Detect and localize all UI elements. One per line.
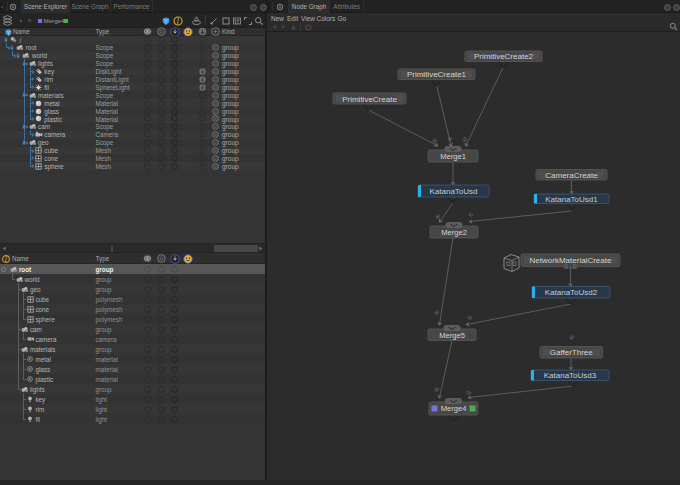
svg-text:i0: i0 [568,334,575,341]
svg-text:GafferThree: GafferThree [550,348,594,357]
svg-text:Merge2: Merge2 [441,228,467,237]
svg-text:i1: i1 [466,314,473,321]
svg-text:KatanaToUsd3: KatanaToUsd3 [544,371,597,380]
svg-text:Merge5: Merge5 [439,331,465,340]
svg-text:KatanaToUsd1: KatanaToUsd1 [545,195,598,204]
svg-text:i0: i0 [433,386,440,393]
svg-text:PrimitiveCreate2: PrimitiveCreate2 [474,52,534,61]
svg-text:Merge1: Merge1 [440,152,466,161]
svg-text:i2: i2 [461,136,468,143]
svg-text:NetworkMaterialCreate: NetworkMaterialCreate [530,256,612,265]
svg-text:KatanaToUsd2: KatanaToUsd2 [545,288,598,297]
svg-text:i0: i0 [434,213,441,220]
svg-text:i1: i1 [465,389,472,396]
svg-text:CameraCreate: CameraCreate [545,171,598,180]
svg-text:i1: i1 [467,211,474,218]
svg-text:KatanaToUsd: KatanaToUsd [429,187,477,196]
svg-text:i1: i1 [446,135,453,142]
svg-text:PrimitiveCreate1: PrimitiveCreate1 [407,70,467,79]
svg-text:Merge4: Merge4 [441,404,467,413]
svg-text:PrimitiveCreate: PrimitiveCreate [342,95,397,104]
svg-text:i0: i0 [433,309,440,316]
